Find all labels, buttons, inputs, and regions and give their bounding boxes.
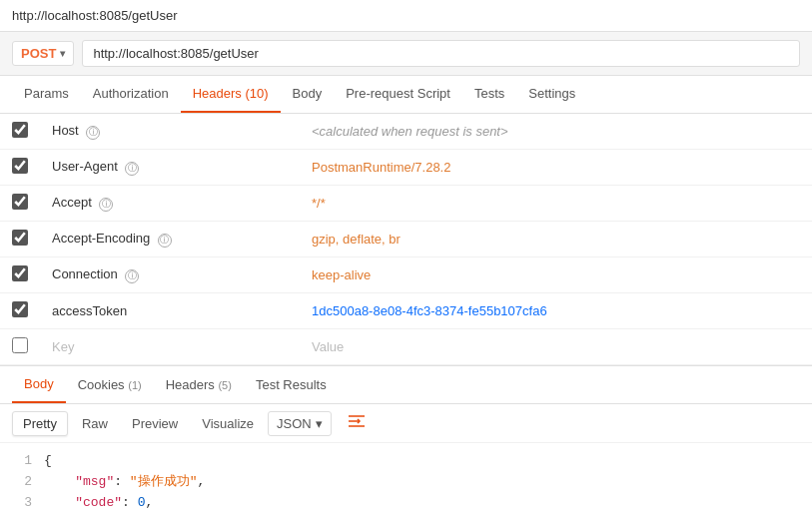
response-tab-testresults[interactable]: Test Results [244, 367, 339, 402]
header-key-1: User-Agent [52, 159, 118, 174]
header-checkbox-0[interactable] [12, 122, 28, 138]
line-num-1: 1 [12, 451, 32, 472]
json-line-2: 2 "msg": "操作成功", [12, 472, 800, 493]
table-row: Accept-Encoding ⓘ gzip, deflate, br [0, 222, 812, 257]
json-line-3: 3 "code": 0, [12, 493, 800, 511]
format-raw[interactable]: Raw [72, 412, 118, 435]
wrap-button[interactable] [342, 410, 372, 436]
tab-prerequest[interactable]: Pre-request Script [334, 76, 462, 113]
format-visualize[interactable]: Visualize [192, 412, 264, 435]
method-label: POST [21, 46, 56, 61]
table-row: Key Value [0, 329, 812, 365]
header-checkbox-2[interactable] [12, 194, 28, 210]
header-checkbox-6[interactable] [12, 337, 28, 353]
header-key-2: Accept [52, 195, 92, 210]
header-key-placeholder: Key [40, 329, 300, 365]
method-chevron: ▾ [60, 48, 65, 59]
json-row-2: "msg": "操作成功", [44, 472, 205, 493]
format-pretty[interactable]: Pretty [12, 411, 68, 436]
format-bar: Pretty Raw Preview Visualize JSON ▾ [0, 404, 812, 443]
header-key-5: accessToken [52, 303, 127, 318]
header-key-4: Connection [52, 266, 118, 281]
header-value-4: keep-alive [300, 257, 812, 293]
table-row: Host ⓘ <calculated when request is sent> [0, 114, 812, 150]
info-icon-2[interactable]: ⓘ [99, 198, 113, 212]
json-brace-open: { [44, 451, 52, 472]
header-value-3: gzip, deflate, br [300, 222, 812, 257]
line-num-2: 2 [12, 472, 32, 493]
tab-params[interactable]: Params [12, 76, 81, 113]
table-row: accessToken 1dc500a8-8e08-4fc3-8374-fe55… [0, 293, 812, 329]
title-bar: http://localhost:8085/getUser [0, 0, 812, 32]
tab-body[interactable]: Body [281, 76, 335, 113]
tab-authorization[interactable]: Authorization [81, 76, 181, 113]
info-icon-3[interactable]: ⓘ [158, 234, 172, 248]
header-value-0: <calculated when request is sent> [300, 114, 812, 150]
info-icon-0[interactable]: ⓘ [86, 126, 100, 140]
header-value-5: 1dc500a8-8e08-4fc3-8374-fe55b107cfa6 [300, 293, 812, 329]
response-tab-cookies[interactable]: Cookies (1) [66, 367, 154, 402]
header-checkbox-1[interactable] [12, 158, 28, 174]
tab-tests[interactable]: Tests [462, 76, 516, 113]
json-label: JSON [277, 416, 312, 431]
json-line-1: 1 { [12, 451, 800, 472]
header-value-placeholder: Value [300, 329, 812, 365]
header-checkbox-5[interactable] [12, 301, 28, 317]
format-preview[interactable]: Preview [122, 412, 188, 435]
url-input[interactable] [82, 40, 800, 67]
response-section: Body Cookies (1) Headers (5) Test Result… [0, 365, 812, 511]
request-bar: POST ▾ [0, 32, 812, 76]
header-key-3: Accept-Encoding [52, 231, 150, 246]
table-row: User-Agent ⓘ PostmanRuntime/7.28.2 [0, 150, 812, 186]
table-row: Connection ⓘ keep-alive [0, 257, 812, 293]
headers-table: Host ⓘ <calculated when request is sent>… [0, 114, 812, 365]
table-row: Accept ⓘ */* [0, 186, 812, 222]
window-title: http://localhost:8085/getUser [12, 8, 178, 23]
header-value-1: PostmanRuntime/7.28.2 [300, 150, 812, 186]
json-row-3: "code": 0, [44, 493, 153, 511]
line-num-3: 3 [12, 493, 32, 511]
info-icon-1[interactable]: ⓘ [125, 162, 139, 176]
header-key-0: Host [52, 123, 79, 138]
response-tabs: Body Cookies (1) Headers (5) Test Result… [0, 366, 812, 404]
request-tabs: Params Authorization Headers (10) Body P… [0, 76, 812, 114]
method-selector[interactable]: POST ▾ [12, 41, 74, 66]
info-icon-4[interactable]: ⓘ [125, 269, 139, 283]
header-checkbox-4[interactable] [12, 265, 28, 281]
json-content: 1 { 2 "msg": "操作成功", 3 "code": 0, [0, 443, 812, 511]
json-selector[interactable]: JSON ▾ [268, 411, 332, 436]
response-tab-headers[interactable]: Headers (5) [154, 367, 244, 402]
response-tab-body[interactable]: Body [12, 366, 66, 403]
header-checkbox-3[interactable] [12, 230, 28, 246]
json-chevron: ▾ [316, 416, 323, 431]
tab-headers[interactable]: Headers (10) [181, 76, 281, 113]
tab-settings[interactable]: Settings [516, 76, 587, 113]
header-value-2: */* [300, 186, 812, 222]
